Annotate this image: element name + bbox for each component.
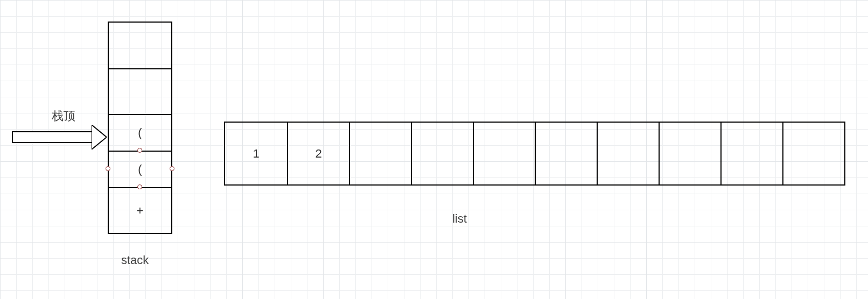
selection-dot: [106, 166, 110, 171]
selection-dot: [170, 166, 174, 171]
stack-top-arrow: [12, 125, 107, 150]
stack-cell: (: [109, 151, 171, 187]
list-cell: [597, 123, 659, 184]
list-cell: [720, 123, 782, 184]
list-cell: [659, 123, 720, 184]
list-cell: [782, 123, 844, 184]
stack-cell: +: [109, 187, 171, 233]
svg-marker-0: [92, 125, 107, 150]
list-cell: 2: [287, 123, 349, 184]
selection-dot: [137, 184, 142, 189]
list-cell: [411, 123, 473, 184]
stack-cell: (: [109, 114, 171, 151]
list-cell: [535, 123, 597, 184]
list: 1 2: [224, 122, 845, 186]
stack-top-label: 栈顶: [52, 108, 75, 124]
stack-cell: [109, 68, 171, 114]
stack: ( ( +: [108, 22, 172, 234]
list-cell: [349, 123, 411, 184]
list-label: list: [452, 212, 467, 226]
list-cell: 1: [225, 123, 287, 184]
selection-dot: [137, 148, 142, 153]
stack-label: stack: [121, 253, 149, 267]
list-cell: [473, 123, 535, 184]
stack-cell: [109, 23, 171, 68]
